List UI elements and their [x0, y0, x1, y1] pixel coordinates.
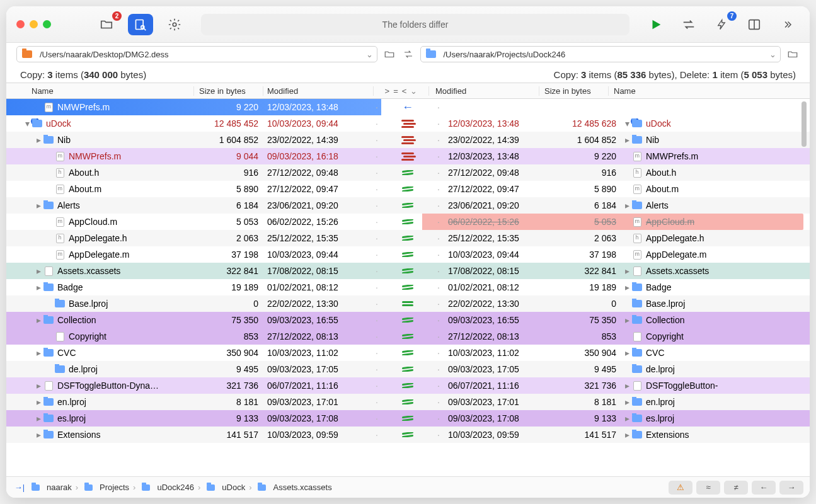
zoom-icon[interactable]	[43, 20, 51, 28]
approx-equal-icon	[402, 432, 413, 437]
table-row[interactable]: AppCloud.m5 05306/02/2022, 15:26··06/02/…	[6, 214, 810, 230]
file-name: NMWPrefs.m	[57, 102, 110, 112]
approx-equal-icon	[402, 219, 413, 224]
file-name: Base.lproj	[69, 299, 108, 309]
table-row[interactable]: ▸Nib1 604 85223/02/2022, 14:39··23/02/20…	[6, 132, 810, 148]
header-name[interactable]: Name	[609, 86, 810, 96]
file-name: About.m	[69, 184, 101, 194]
file-name: uDock	[46, 118, 71, 129]
file-name: AppDelegate.m	[69, 249, 130, 260]
table-row[interactable]: ▸en.lproj8 18109/03/2023, 17:01··09/03/2…	[6, 394, 810, 410]
summary-right: Copy: 3 items (85 336 bytes), Delete: 1 …	[554, 69, 796, 80]
not-equal-icon	[401, 152, 414, 161]
table-row[interactable]: ▸Collection75 35009/03/2023, 16:55··09/0…	[6, 312, 810, 328]
table-row[interactable]: NMWPrefs.m9 04409/03/2023, 16:18··12/03/…	[6, 148, 810, 164]
header-modified[interactable]: Modified	[429, 86, 539, 96]
table-row[interactable]: ▸DSFToggleButton-Dyna…321 73606/07/2021,…	[6, 377, 810, 394]
file-name: AppCloud.m	[69, 217, 117, 227]
table-row[interactable]: ▾2uDock12 485 45210/03/2023, 09:44··12/0…	[6, 115, 810, 132]
close-icon[interactable]	[16, 20, 25, 28]
table-row[interactable]: AppDelegate.m37 19810/03/2023, 09:44··10…	[6, 246, 810, 263]
approx-equal-icon	[402, 334, 413, 339]
folder-icon	[426, 50, 436, 58]
status-title: The folders differ	[201, 14, 629, 35]
panels-button[interactable]	[742, 14, 767, 35]
folder-badge-button[interactable]: 2	[94, 14, 119, 35]
header-name[interactable]: Name	[6, 86, 194, 96]
path-bar: /Users/naarak/Desktop/DMG2.dess ⌄ /Users…	[6, 43, 810, 66]
table-row[interactable]: ▸CVC350 90410/03/2023, 11:02··10/03/2023…	[6, 345, 810, 361]
file-name: DSFToggleButton-	[646, 381, 718, 391]
jump-button[interactable]: →|	[13, 481, 26, 495]
footer-button[interactable]: ⚠	[669, 481, 692, 495]
table-row[interactable]: Copyright85327/12/2022, 08:13··27/12/202…	[6, 328, 810, 345]
badge: 7	[727, 11, 737, 21]
summary-left: Copy: 3 items (340 000 bytes)	[20, 69, 554, 80]
file-name: Extensions	[57, 430, 100, 440]
table-row[interactable]: ▸es.lproj9 13309/03/2023, 17:08··09/03/2…	[6, 410, 810, 427]
file-name: AppDelegate.h	[646, 233, 704, 243]
header-size[interactable]: Size in bytes	[539, 86, 609, 96]
file-name: Collection	[646, 315, 684, 325]
not-equal-icon	[401, 136, 414, 144]
column-headers: Name Size in bytes Modified >=<⌄ Modifie…	[6, 83, 810, 99]
copy-left-icon: ←	[402, 101, 413, 114]
file-name: Extensions	[646, 430, 689, 440]
table-row[interactable]: ▸Badge19 18901/02/2021, 08:12··01/02/202…	[6, 279, 810, 295]
file-name: About.h	[69, 168, 99, 178]
header-modified[interactable]: Modified	[263, 86, 374, 96]
badge: 2	[112, 11, 122, 21]
file-name: de.lproj	[69, 364, 98, 374]
open-left-button[interactable]	[382, 47, 396, 61]
approx-equal-icon	[402, 252, 413, 257]
header-size[interactable]: Size in bytes	[194, 86, 263, 96]
file-name: uDock	[646, 118, 671, 129]
table-row[interactable]: About.h91627/12/2022, 09:48··27/12/2022,…	[6, 164, 810, 181]
inspect-button[interactable]	[128, 14, 153, 35]
chevron-down-icon[interactable]: ⌄	[366, 50, 373, 59]
file-name: Assets.xcassets	[646, 266, 709, 276]
sync-button[interactable]	[676, 14, 701, 35]
equal-icon	[402, 301, 413, 306]
approx-equal-icon	[402, 383, 413, 388]
minimize-icon[interactable]	[30, 20, 38, 28]
table-row[interactable]: About.m5 89027/12/2022, 09:47··27/12/202…	[6, 181, 810, 197]
approx-equal-icon	[402, 318, 413, 323]
svg-point-2	[173, 23, 176, 26]
open-right-button[interactable]	[786, 47, 800, 61]
approx-equal-icon	[402, 236, 413, 241]
table-row[interactable]: Base.lproj022/02/2022, 13:30··22/02/2022…	[6, 295, 810, 312]
approx-equal-icon	[402, 268, 413, 273]
titlebar: 2 The folders differ 7	[6, 6, 810, 43]
table-row[interactable]: NMWPrefs.m9 22012/03/2023, 13:48·←·	[6, 99, 810, 115]
table-row[interactable]: ▸Alerts6 18423/06/2021, 09:20··23/06/202…	[6, 197, 810, 214]
file-name: Badge	[646, 282, 671, 292]
file-name: CVC	[646, 348, 665, 358]
breadcrumb[interactable]: naarak›Projects›uDock246›uDock›Assets.xc…	[29, 483, 332, 493]
file-name: Alerts	[57, 200, 80, 210]
overflow-button[interactable]	[774, 14, 800, 35]
chevron-down-icon[interactable]: ⌄	[769, 50, 776, 59]
file-name: Nib	[57, 135, 71, 145]
table-row[interactable]: de.lproj9 49509/03/2023, 17:05··09/03/20…	[6, 361, 810, 377]
bolt-button[interactable]: 7	[709, 14, 734, 35]
footer-button[interactable]: →	[779, 481, 803, 495]
table-row[interactable]: AppDelegate.h2 06325/12/2022, 15:35··25/…	[6, 230, 810, 246]
path-left[interactable]: /Users/naarak/Desktop/DMG2.dess ⌄	[16, 46, 377, 62]
file-name: Badge	[57, 282, 83, 292]
file-name: en.lproj	[646, 397, 675, 407]
file-list[interactable]: NMWPrefs.m9 22012/03/2023, 13:48·←·▾2uDo…	[6, 99, 810, 476]
swap-button[interactable]	[401, 47, 415, 61]
svg-rect-0	[136, 20, 144, 29]
table-row[interactable]: ▸Extensions141 51710/03/2023, 09:59··10/…	[6, 427, 810, 443]
file-name: NMWPrefs.m	[69, 151, 121, 161]
path-right[interactable]: /Users/naarak/Projects/uDock246 ⌄	[420, 46, 781, 62]
header-compare[interactable]: >=<⌄	[374, 86, 429, 96]
run-button[interactable]	[643, 14, 669, 35]
settings-button[interactable]	[162, 14, 187, 35]
footer-button[interactable]: ←	[752, 481, 776, 495]
table-row[interactable]: ▸Assets.xcassets322 84117/08/2022, 08:15…	[6, 263, 810, 279]
file-name: AppCloud.m	[646, 217, 694, 227]
footer-button[interactable]: ≠	[724, 481, 748, 495]
footer-button[interactable]: ≈	[696, 481, 720, 495]
